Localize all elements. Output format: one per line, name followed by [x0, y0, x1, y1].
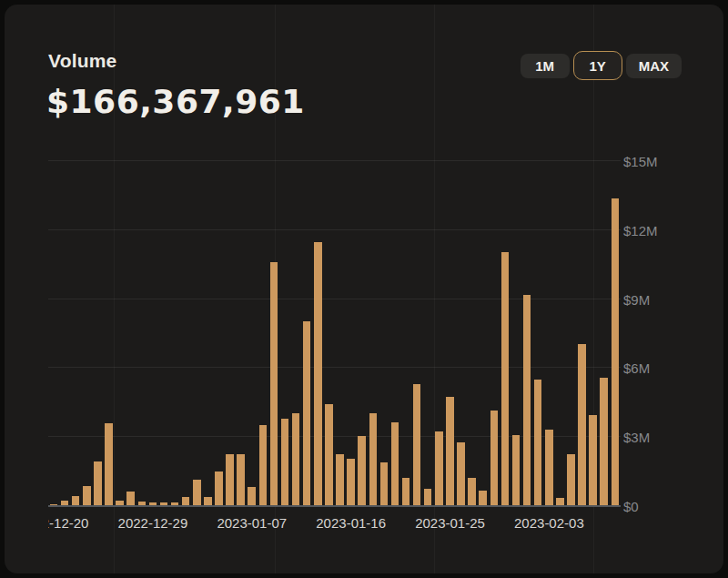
volume-bar-2023-01-23[interactable] — [424, 489, 432, 505]
volume-bar-2023-01-15[interactable] — [336, 454, 344, 505]
range-button-1m[interactable]: 1M — [521, 54, 570, 78]
bar-slot — [225, 159, 236, 505]
x-axis-label: 2023-01-16 — [316, 515, 386, 531]
bar-slot — [115, 159, 126, 505]
volume-bar-2022-12-29[interactable] — [149, 502, 157, 505]
volume-bar-2023-01-09[interactable] — [270, 262, 278, 505]
volume-bar-2022-12-22[interactable] — [72, 496, 80, 505]
volume-bar-2023-01-06[interactable] — [237, 454, 245, 505]
volume-bar-2023-01-27[interactable] — [468, 478, 476, 505]
range-button-max[interactable]: MAX — [626, 54, 682, 78]
bar-slot — [455, 159, 466, 505]
bar-slot — [191, 159, 202, 505]
volume-bar-2023-01-08[interactable] — [259, 425, 268, 505]
volume-bar-2023-01-11[interactable] — [292, 413, 300, 505]
volume-bar-2023-01-05[interactable] — [226, 454, 234, 505]
volume-bar-2023-01-14[interactable] — [325, 404, 333, 505]
volume-bar-2023-01-16[interactable] — [347, 459, 355, 505]
volume-bar-2023-01-28[interactable] — [479, 491, 487, 505]
bar-slot — [467, 159, 478, 505]
bar-slot — [433, 159, 444, 505]
bar-slot — [400, 159, 411, 505]
volume-bar-2023-01-13[interactable] — [314, 242, 322, 505]
volume-bar-2023-01-21[interactable] — [402, 478, 410, 505]
range-button-1y[interactable]: 1Y — [573, 51, 622, 80]
bar-slot — [258, 159, 268, 505]
x-axis-label: 2023-01-07 — [217, 515, 287, 531]
bar-slot — [411, 159, 422, 505]
bar-slot — [70, 159, 81, 505]
bar-slot — [147, 159, 158, 505]
volume-bar-2023-02-09[interactable] — [612, 198, 620, 505]
volume-bar-2023-01-22[interactable] — [413, 384, 421, 505]
bar-slot — [521, 159, 532, 505]
bars-container — [48, 159, 621, 505]
bar-slot — [346, 159, 357, 505]
volume-bar-2023-02-05[interactable] — [567, 454, 575, 505]
x-axis-label: 2022-12-20 — [48, 515, 88, 531]
total-volume-value: $166,367,961 — [46, 83, 305, 120]
bar-slot — [92, 159, 103, 505]
volume-bar-2023-01-26[interactable] — [457, 442, 465, 505]
volume-bar-2023-01-31[interactable] — [512, 435, 521, 505]
volume-bar-2023-02-06[interactable] — [578, 344, 586, 505]
volume-bar-2022-12-31[interactable] — [171, 502, 179, 505]
bar-slot — [323, 159, 334, 505]
volume-bar-2022-12-25[interactable] — [105, 423, 113, 505]
volume-bar-2023-02-07[interactable] — [589, 415, 597, 505]
volume-bar-2023-01-29[interactable] — [490, 411, 499, 505]
chart-title: Volume — [48, 50, 117, 72]
volume-bar-2022-12-27[interactable] — [126, 492, 135, 505]
volume-bar-2023-01-30[interactable] — [501, 252, 510, 505]
volume-bar-2023-01-12[interactable] — [303, 321, 311, 505]
volume-bar-2022-12-30[interactable] — [160, 502, 168, 505]
bar-slot — [312, 159, 323, 505]
x-axis-label: 2023-01-25 — [415, 515, 485, 531]
volume-bar-2023-01-03[interactable] — [204, 497, 212, 505]
bar-slot — [136, 159, 147, 505]
y-axis-label: $9M — [623, 291, 650, 307]
bar-slot — [599, 159, 610, 505]
volume-bar-2023-02-04[interactable] — [556, 498, 564, 505]
volume-bar-2023-01-07[interactable] — [248, 487, 256, 505]
bar-slot — [202, 159, 213, 505]
range-toggle: 1M1YMAX — [521, 49, 682, 82]
volume-bar-2023-01-24[interactable] — [435, 431, 443, 505]
volume-card: $0$3M$6M$9M$12M$15M2022-12-202022-12-292… — [5, 5, 723, 573]
bar-slot — [379, 159, 389, 505]
bar-slot — [48, 159, 59, 505]
volume-bar-2023-01-18[interactable] — [369, 413, 378, 505]
volume-bar-2023-01-20[interactable] — [391, 422, 399, 505]
bar-slot — [279, 159, 290, 505]
bar-slot — [511, 159, 521, 505]
volume-bar-2023-02-08[interactable] — [600, 378, 608, 505]
volume-bar-2023-01-02[interactable] — [193, 480, 201, 505]
x-axis-line — [48, 505, 621, 507]
bar-slot — [180, 159, 191, 505]
bar-slot — [588, 159, 599, 505]
volume-bar-2022-12-26[interactable] — [116, 501, 124, 505]
x-axis-label: 2022-12-29 — [118, 515, 188, 531]
volume-bar-2022-12-20[interactable] — [50, 504, 58, 505]
bar-slot — [543, 159, 554, 505]
volume-bar-2023-02-02[interactable] — [534, 380, 542, 505]
volume-bar-2022-12-24[interactable] — [94, 461, 102, 505]
volume-bar-2023-01-01[interactable] — [182, 497, 190, 505]
volume-bar-2023-01-10[interactable] — [281, 419, 289, 505]
volume-bar-2023-01-19[interactable] — [380, 462, 389, 505]
bar-slot — [444, 159, 455, 505]
volume-bar-2023-02-03[interactable] — [545, 430, 553, 505]
volume-bar-2022-12-28[interactable] — [138, 502, 147, 505]
volume-bar-2022-12-21[interactable] — [61, 501, 69, 505]
volume-bar-2023-01-04[interactable] — [215, 472, 223, 505]
bar-slot — [59, 159, 70, 505]
y-axis-label: $0 — [623, 499, 639, 514]
bar-slot — [334, 159, 345, 505]
volume-bar-2023-02-01[interactable] — [523, 295, 531, 505]
bar-slot — [610, 159, 621, 505]
volume-bar-2023-01-25[interactable] — [446, 397, 454, 505]
x-axis-labels: 2022-12-202022-12-292023-01-072023-01-16… — [48, 512, 621, 534]
volume-bar-2023-01-17[interactable] — [358, 436, 366, 505]
bar-slot — [268, 159, 279, 505]
volume-bar-2022-12-23[interactable] — [83, 486, 91, 505]
